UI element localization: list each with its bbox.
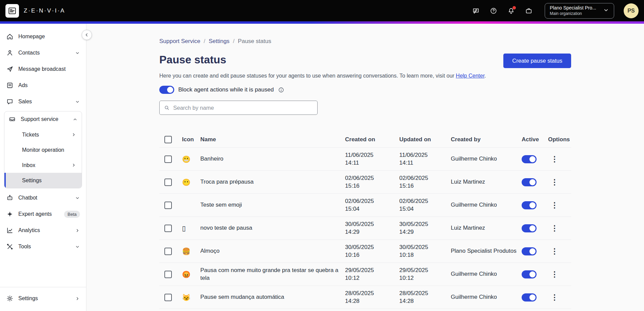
row-checkbox[interactable]	[164, 156, 172, 163]
chevron-down-icon	[75, 50, 80, 56]
chevron-right-icon	[75, 296, 80, 301]
sidebar-item-sales[interactable]: Sales	[0, 94, 86, 110]
block-agent-toggle[interactable]	[159, 86, 174, 94]
row-active-toggle[interactable]	[522, 178, 537, 186]
sidebar-item-tickets[interactable]: Tickets	[4, 127, 82, 142]
row-emoji-icon: 🍔	[182, 247, 200, 255]
row-checkbox[interactable]	[164, 202, 172, 209]
bell-icon[interactable]	[507, 7, 515, 15]
row-options-button[interactable]: ⋮	[548, 248, 561, 255]
row-created-by: Luiz Martinez	[451, 224, 522, 232]
row-options-button[interactable]: ⋮	[548, 271, 561, 278]
table-row: Teste sem emoji02/06/202515:0402/06/2025…	[159, 193, 571, 216]
search-input[interactable]	[173, 105, 313, 111]
table-row: 😡Pausa com nome muito grande pra testar …	[159, 263, 571, 286]
chevron-down-icon	[75, 244, 80, 249]
row-checkbox[interactable]	[164, 248, 172, 255]
table-row: ▯novo teste de pausa30/05/202514:2930/05…	[159, 216, 571, 240]
header-updated-on: Updated on	[399, 136, 451, 143]
sidebar-item-tools[interactable]: Tools	[0, 239, 86, 255]
row-active-toggle[interactable]	[522, 270, 537, 278]
avatar[interactable]: PS	[624, 3, 639, 18]
row-created-on: 30/05/202514:29	[345, 221, 399, 236]
sidebar-item-monitor-operation[interactable]: Monitor operation	[4, 142, 82, 158]
sidebar: HomepageContactsMessage broadcastAdsSale…	[0, 24, 86, 311]
sidebar-item-message-broadcast[interactable]: Message broadcast	[0, 61, 86, 77]
row-checkbox[interactable]	[164, 179, 172, 186]
row-created-by: Guilherme Chinko	[451, 155, 522, 163]
breadcrumb-link[interactable]: Settings	[209, 38, 229, 45]
sidebar-item-settings[interactable]: Settings	[4, 173, 82, 188]
page-description: Here you can create and edit pause statu…	[159, 73, 571, 79]
sidebar-item-label: Message broadcast	[18, 66, 66, 72]
sidebar-item-contacts[interactable]: Contacts	[0, 45, 86, 61]
table-body: 😬Banheiro11/06/202514:1111/06/202514:11G…	[159, 147, 571, 311]
beta-badge: Beta	[64, 211, 80, 218]
sidebar-item-analytics[interactable]: Analytics	[0, 222, 86, 239]
row-active-toggle[interactable]	[522, 224, 537, 232]
support-icon	[8, 116, 16, 123]
briefcase-icon[interactable]	[525, 7, 532, 15]
row-updated-on: 30/05/202510:18	[399, 244, 451, 259]
tools-icon	[6, 243, 14, 250]
table-row: 😶Troca para prépausa02/06/202515:1602/06…	[159, 170, 571, 193]
sidebar-item-label: Tickets	[22, 132, 39, 138]
zenvia-logo[interactable]	[5, 4, 19, 18]
header-options: Options	[548, 136, 571, 143]
sidebar-item-inbox[interactable]: Inbox	[4, 158, 82, 173]
sparkle-icon	[6, 210, 14, 218]
sidebar-item-homepage[interactable]: Homepage	[0, 28, 86, 45]
header-active: Active	[522, 136, 548, 143]
row-checkbox[interactable]	[164, 271, 172, 278]
row-updated-on: 28/05/202514:28	[399, 290, 451, 305]
sidebar-collapse-button[interactable]	[82, 30, 92, 40]
breadcrumb-separator: /	[233, 38, 235, 45]
row-emoji-icon: 😶	[182, 178, 200, 186]
row-name: Troca para prépausa	[200, 178, 345, 186]
row-options-button[interactable]: ⋮	[548, 179, 561, 186]
row-options-button[interactable]: ⋮	[548, 156, 561, 163]
row-options-button[interactable]: ⋮	[548, 225, 561, 232]
row-name: Banheiro	[200, 155, 345, 163]
sidebar-item-expert-agents[interactable]: Expert agentsBeta	[0, 206, 86, 222]
row-name: Pausa com nome muito grande pra testar s…	[200, 267, 345, 282]
row-options-button[interactable]: ⋮	[548, 294, 561, 301]
sidebar-item-label: Support service	[21, 116, 58, 122]
info-icon[interactable]	[278, 87, 284, 93]
row-active-toggle[interactable]	[522, 201, 537, 209]
table-row: 😼Pause sem mudança automática28/05/20251…	[159, 286, 571, 309]
chat-feedback-icon[interactable]	[472, 7, 480, 15]
row-name: Teste sem emoji	[200, 201, 345, 209]
row-active-toggle[interactable]	[522, 155, 537, 163]
row-active-toggle[interactable]	[522, 247, 537, 255]
organization-selector[interactable]: Plano Specialist Pro... Main organizatio…	[545, 3, 614, 19]
breadcrumb-link[interactable]: Support Service	[159, 38, 200, 45]
create-pause-status-button[interactable]: Create pause status	[503, 54, 571, 68]
row-active-toggle[interactable]	[522, 293, 537, 302]
description-text: Here you can create and edit pause statu…	[159, 73, 456, 79]
sidebar-item-settings-bottom[interactable]: Settings	[0, 289, 86, 308]
row-name: Almoço	[200, 247, 345, 255]
sidebar-item-label: Sales	[18, 99, 32, 105]
brand-text: Z·E·N·V·I·A	[24, 7, 65, 14]
select-all-checkbox[interactable]	[164, 136, 172, 143]
sidebar-item-ads[interactable]: Ads	[0, 77, 86, 94]
row-checkbox[interactable]	[164, 225, 172, 232]
header-created-by: Created by	[451, 136, 522, 143]
row-created-on: 30/05/202510:16	[345, 244, 399, 259]
description-suffix: .	[484, 73, 486, 79]
chevron-down-icon	[603, 7, 609, 15]
breadcrumb: Support Service/Settings/Pause status	[159, 38, 571, 45]
chatbot-icon	[6, 194, 14, 202]
help-center-link[interactable]: Help Center	[456, 73, 485, 79]
help-icon[interactable]	[490, 7, 497, 15]
chevron-up-icon	[73, 117, 78, 122]
gear-icon	[6, 295, 14, 302]
row-emoji-icon: 😼	[182, 293, 200, 302]
chevron-right-icon	[75, 228, 80, 233]
sidebar-item-support-service[interactable]: Support service	[4, 111, 82, 127]
sidebar-item-chatbot[interactable]: Chatbot	[0, 190, 86, 206]
row-checkbox[interactable]	[164, 294, 172, 301]
row-options-button[interactable]: ⋮	[548, 202, 561, 209]
row-created-on: 28/05/202514:28	[345, 290, 399, 305]
